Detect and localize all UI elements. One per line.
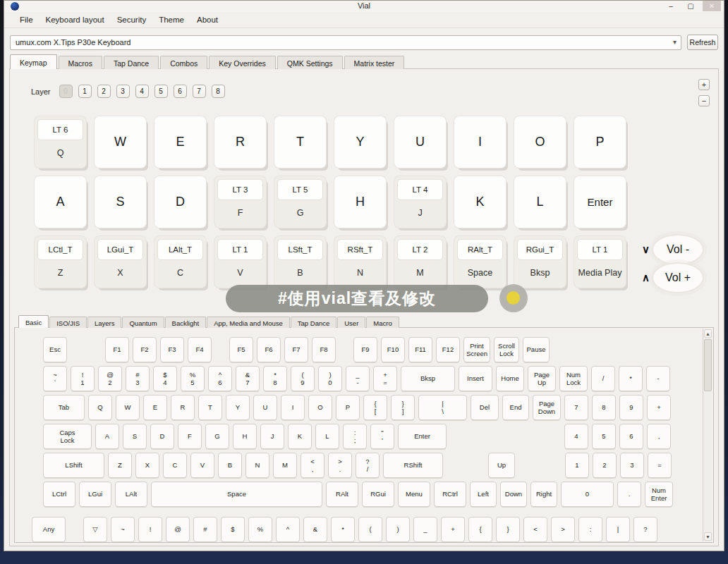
layer-button-1[interactable]: 1	[78, 85, 92, 98]
encoder-vol-down-key[interactable]: Vol -	[652, 234, 704, 265]
menu-item-keyboard-layout[interactable]: Keyboard layout	[41, 13, 109, 26]
picker-key-f11[interactable]: F11	[408, 337, 432, 362]
menu-item-security[interactable]: Security	[112, 13, 152, 26]
picker-key-0[interactable]: ) 0	[318, 366, 342, 391]
picker-key-key[interactable]: #	[193, 517, 217, 542]
picker-key-key[interactable]: < ,	[301, 453, 324, 478]
picker-tab-app-media-and-mouse[interactable]: App, Media and Mouse	[207, 317, 290, 328]
picker-key-9[interactable]: 9	[619, 395, 643, 420]
keymap-key-e[interactable]: E	[154, 116, 206, 168]
picker-key-o[interactable]: O	[308, 395, 332, 420]
picker-key-k[interactable]: K	[288, 424, 312, 449]
encoder-vol-up-key[interactable]: Vol +	[652, 262, 704, 293]
picker-key-key[interactable]: :	[578, 517, 602, 542]
picker-key-key[interactable]: ▽	[83, 517, 107, 542]
tab-matrix-tester[interactable]: Matrix tester	[344, 56, 405, 69]
picker-key-key[interactable]: >	[551, 517, 575, 542]
picker-key-5[interactable]: 5	[592, 424, 616, 449]
keymap-key-a[interactable]: A	[35, 176, 86, 228]
picker-key-key[interactable]: !	[138, 517, 162, 542]
menu-item-file[interactable]: File	[15, 13, 38, 26]
layer-button-4[interactable]: 4	[135, 85, 149, 98]
keymap-key-l[interactable]: L	[514, 176, 566, 228]
picker-key-key[interactable]: _ -	[346, 366, 370, 391]
picker-key-tab[interactable]: Tab	[43, 395, 85, 420]
maximize-button[interactable]: ▢	[681, 1, 700, 11]
picker-key-key[interactable]: { [	[363, 395, 387, 420]
picker-tab-iso-jis[interactable]: ISO/JIS	[49, 317, 87, 328]
picker-key-f2[interactable]: F2	[133, 337, 157, 362]
picker-key-f[interactable]: F	[178, 424, 202, 449]
encoder-vol-up[interactable]: ∧ Vol +	[642, 262, 704, 293]
picker-key-space[interactable]: Space	[151, 482, 322, 507]
picker-key-key[interactable]: .	[617, 482, 641, 507]
picker-key-d[interactable]: D	[150, 424, 174, 449]
picker-key-key[interactable]: <	[523, 517, 547, 542]
picker-key-lalt[interactable]: LAlt	[115, 482, 147, 507]
picker-key-7[interactable]: 7	[564, 395, 588, 420]
keymap-key-i[interactable]: I	[454, 116, 506, 168]
picker-key-8[interactable]: * 8	[263, 366, 287, 391]
picker-tab-backlight[interactable]: Backlight	[165, 317, 207, 328]
refresh-button[interactable]: Refresh	[687, 35, 718, 50]
minimize-button[interactable]: –	[662, 1, 680, 11]
picker-key-s[interactable]: S	[123, 424, 147, 449]
picker-key-key[interactable]: " '	[370, 424, 394, 449]
picker-key-num-lock[interactable]: Num Lock	[559, 366, 588, 391]
keymap-key-p[interactable]: P	[574, 116, 626, 168]
picker-key-5[interactable]: % 5	[181, 366, 205, 391]
picker-key-w[interactable]: W	[116, 395, 140, 420]
picker-key-any[interactable]: Any	[32, 517, 66, 542]
menu-item-about[interactable]: About	[192, 13, 223, 26]
layer-button-8[interactable]: 8	[212, 85, 225, 98]
picker-key-menu[interactable]: Menu	[398, 482, 430, 507]
picker-key-f10[interactable]: F10	[381, 337, 405, 362]
picker-key-f6[interactable]: F6	[257, 337, 281, 362]
picker-key-f1[interactable]: F1	[105, 337, 129, 362]
picker-key-6[interactable]: ^ 6	[208, 366, 232, 391]
picker-key-lctrl[interactable]: LCtrl	[43, 482, 75, 507]
picker-key-y[interactable]: Y	[226, 395, 250, 420]
picker-key-i[interactable]: I	[281, 395, 305, 420]
keymap-key-x[interactable]: LGui_TX	[95, 236, 146, 288]
zoom-out-button[interactable]: −	[698, 95, 710, 106]
picker-key-f5[interactable]: F5	[229, 337, 253, 362]
keymap-key-m[interactable]: LT 2M	[394, 236, 446, 288]
picker-key-key[interactable]: +	[647, 395, 671, 420]
picker-key-ralt[interactable]: RAlt	[326, 482, 358, 507]
layer-button-7[interactable]: 7	[193, 85, 206, 98]
picker-key-3[interactable]: 3	[620, 453, 644, 478]
keymap-key-v[interactable]: LT 1V	[214, 236, 266, 288]
picker-key-up[interactable]: Up	[488, 453, 515, 478]
scrollbar[interactable]: ▲ ▼	[703, 329, 712, 541]
picker-key-f8[interactable]: F8	[312, 337, 336, 362]
picker-key-t[interactable]: T	[198, 395, 222, 420]
picker-key-4[interactable]: 4	[564, 424, 588, 449]
picker-key-key[interactable]: ? /	[356, 453, 380, 478]
scroll-up-icon[interactable]: ▲	[704, 329, 712, 338]
picker-tab-macro[interactable]: Macro	[366, 317, 399, 328]
picker-tab-tap-dance[interactable]: Tap Dance	[291, 317, 336, 328]
picker-key-key[interactable]: -	[646, 366, 670, 391]
picker-key-rgui[interactable]: RGui	[362, 482, 394, 507]
keymap-key-h[interactable]: H	[334, 176, 386, 228]
picker-key-key[interactable]: *	[331, 517, 355, 542]
keymap-key-enter[interactable]: Enter	[574, 176, 626, 228]
keymap-key-bksp[interactable]: RGui_TBksp	[514, 236, 566, 288]
picker-key-f9[interactable]: F9	[353, 337, 377, 362]
picker-key-p[interactable]: P	[336, 395, 360, 420]
picker-key-m[interactable]: M	[273, 453, 297, 478]
picker-key-2[interactable]: @ 2	[98, 366, 122, 391]
picker-key-key[interactable]: (	[358, 517, 382, 542]
picker-key-u[interactable]: U	[253, 395, 277, 420]
picker-key-left[interactable]: Left	[470, 482, 497, 507]
keymap-key-u[interactable]: U	[394, 116, 446, 168]
device-select[interactable]: umux.com X.Tips P30e Keyboard ▾	[10, 35, 681, 50]
picker-key-key[interactable]: _	[413, 517, 437, 542]
picker-key-key[interactable]: %	[248, 517, 272, 542]
picker-key-caps-lock[interactable]: Caps Lock	[43, 424, 92, 449]
picker-key-key[interactable]: : ;	[343, 424, 367, 449]
picker-key-key[interactable]: &	[303, 517, 327, 542]
tab-key-overrides[interactable]: Key Overrides	[209, 56, 276, 69]
picker-key-2[interactable]: 2	[593, 453, 617, 478]
